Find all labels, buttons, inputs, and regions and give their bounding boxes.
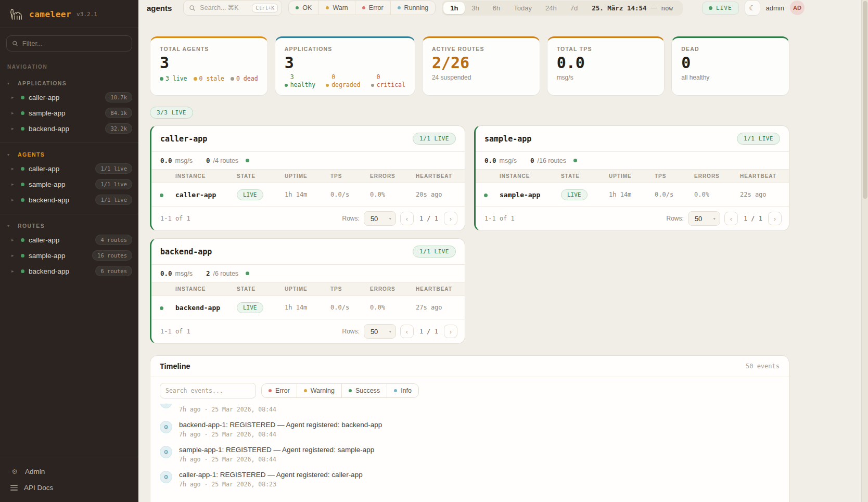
page-scrollbar[interactable] — [861, 0, 868, 502]
sidebar-item-routes-sample[interactable]: ▸ sample-app 16 routes — [0, 248, 138, 263]
theme-toggle-button[interactable]: ☾ — [745, 0, 760, 16]
page-indicator: 1 / 1 — [744, 215, 762, 222]
filter-success[interactable]: Success — [341, 384, 387, 397]
col-errors: ERRORS — [694, 173, 740, 179]
sidebar-item-agent-backend[interactable]: ▸ backend-app 1/1 live — [0, 192, 138, 208]
uptime-value: 1h 14m — [609, 191, 655, 198]
event-timestamp: 7h ago · 25 Mar 2026, 08:23 — [179, 481, 363, 488]
status-dot — [21, 238, 24, 242]
table-row[interactable]: backend-app LIVE 1h 14m 0.0/s 0.0% 27s a… — [151, 296, 465, 319]
card-active-routes: ACTIVE ROUTES 2/26 24 suspended — [422, 36, 540, 96]
event-item[interactable]: ⚙ sample-app-1: REGISTERED — Agent regis… — [160, 446, 780, 463]
sidebar-filter-input[interactable] — [22, 40, 126, 47]
table-header: INSTANCE STATE UPTIME TPS ERRORS HEARTBE… — [151, 169, 465, 183]
msg-rate-value: 0.0 — [484, 157, 496, 164]
col-tps: TPS — [330, 173, 370, 179]
chevron-down-icon: ▾ — [7, 224, 12, 228]
next-page-button[interactable]: › — [444, 325, 457, 338]
filter-error[interactable]: Error — [262, 384, 297, 397]
heartbeat-value: 22s ago — [740, 191, 781, 198]
routes-used: 0 — [530, 157, 534, 164]
filter-info[interactable]: Info — [387, 384, 418, 397]
rows-value: 50 — [695, 215, 702, 223]
prev-page-button[interactable]: ‹ — [724, 212, 738, 225]
section-header-agents[interactable]: ▾ AGENTS — [0, 148, 138, 161]
healthy-count: 3 — [290, 73, 315, 81]
item-label: backend-app — [29, 267, 91, 275]
global-search-input[interactable] — [200, 4, 248, 11]
range-3h[interactable]: 3h — [465, 2, 486, 14]
status-dot — [21, 183, 24, 186]
col-state: STATE — [237, 286, 285, 292]
card-breakdown: 3healthy 0degraded 0critical — [285, 73, 405, 89]
rows-per-page-select[interactable]: 50 ▾ — [364, 211, 396, 226]
filter-running[interactable]: Running — [390, 1, 436, 15]
warn-dot — [326, 6, 329, 9]
event-item[interactable]: ⚙ backend-app-1: REGISTERED — Agent regi… — [160, 421, 780, 438]
chevron-right-icon: ▸ — [11, 166, 17, 171]
card-subtext: all healthy — [681, 74, 780, 81]
sidebar-item-routes-backend[interactable]: ▸ backend-app 6 routes — [0, 263, 138, 279]
filter-ok[interactable]: OK — [289, 1, 318, 15]
rows-per-page-select[interactable]: 50 ▾ — [364, 324, 396, 339]
sidebar-item-admin[interactable]: ⚙ Admin — [0, 464, 138, 480]
page-indicator: 1 / 1 — [419, 328, 438, 335]
card-applications: APPLICATIONS 3 3healthy 0degraded 0criti… — [275, 36, 415, 96]
scrollbar-thumb[interactable] — [863, 1, 867, 199]
sidebar-filter[interactable] — [6, 35, 132, 52]
event-item[interactable]: ⚙ caller-app-1: REGISTERED — Agent regis… — [160, 471, 780, 488]
app-card-sample: sample-app 1/1 LIVE 0.0 msg/s 0 /16 rout… — [474, 125, 789, 231]
table-row[interactable]: caller-app LIVE 1h 14m 0.0/s 0.0% 20s ag… — [151, 183, 465, 206]
rows-per-page-select[interactable]: 50 ▾ — [688, 211, 720, 226]
sidebar-item-app-backend[interactable]: ▸ backend-app 32.2k — [0, 121, 138, 136]
sidebar-item-agent-caller[interactable]: ▸ caller-app 1/1 live — [0, 161, 138, 176]
row-range: 1-1 of 1 — [160, 215, 190, 222]
shortcut-kbd: Ctrl+K — [252, 4, 278, 12]
prev-page-button[interactable]: ‹ — [400, 325, 414, 338]
timeline-events[interactable]: ⚙ caller-app-1: REGISTERED — Agent regis… — [150, 404, 789, 502]
filter-warning[interactable]: Warning — [297, 384, 341, 397]
topbar-right: LIVE ☾ admin AD — [702, 0, 805, 16]
sidebar-item-routes-caller[interactable]: ▸ caller-app 4 routes — [0, 232, 138, 248]
next-page-button[interactable]: › — [444, 212, 457, 225]
filter-error[interactable]: Error — [355, 1, 390, 15]
sidebar-item-app-sample[interactable]: ▸ sample-app 84.1k — [0, 105, 138, 121]
section-header-applications[interactable]: ▾ APPLICATIONS — [0, 77, 138, 89]
filter-warn[interactable]: Warn — [318, 1, 354, 15]
apps-live-summary: 3/3 LIVE — [150, 107, 789, 119]
card-subtext: msg/s — [557, 74, 655, 81]
sidebar-item-app-caller[interactable]: ▸ caller-app 10.7k — [0, 89, 138, 105]
item-label: sample-app — [29, 181, 91, 188]
table-row[interactable]: sample-app LIVE 1h 14m 0.0/s 0.0% 22s ag… — [476, 183, 789, 206]
sidebar-item-agent-sample[interactable]: ▸ sample-app 1/1 live — [0, 176, 138, 192]
chevron-down-icon: ▾ — [389, 216, 391, 221]
card-value: 3 — [160, 54, 258, 71]
avatar[interactable]: AD — [790, 1, 805, 15]
app-card-backend: backend-app 1/1 LIVE 0.0 msg/s 2 /6 rout… — [150, 238, 465, 344]
sidebar-spacer — [0, 285, 138, 457]
range-7d[interactable]: 7d — [564, 2, 584, 14]
range-1h[interactable]: 1h — [443, 2, 465, 14]
event-item[interactable]: ⚙ caller-app-1: REGISTERED — Agent regis… — [160, 404, 780, 413]
section-header-routes[interactable]: ▾ ROUTES — [0, 220, 138, 232]
sidebar-item-api-docs[interactable]: API Docs — [0, 480, 138, 496]
event-title: sample-app-1: REGISTERED — Agent registe… — [179, 446, 374, 454]
next-page-button[interactable]: › — [768, 212, 782, 225]
prev-page-button[interactable]: ‹ — [400, 212, 414, 225]
item-badge: 4 routes — [95, 235, 132, 245]
rows-label: Rows: — [342, 215, 360, 222]
filter-label: Info — [401, 387, 412, 394]
range-24h[interactable]: 24h — [539, 2, 564, 14]
range-6h[interactable]: 6h — [486, 2, 507, 14]
gear-icon: ⚙ — [10, 468, 19, 475]
status-filter-group: OK Warn Error Running — [288, 1, 436, 15]
live-dot — [160, 77, 163, 81]
stale-dot — [194, 77, 197, 81]
range-today[interactable]: Today — [507, 2, 539, 14]
item-label: backend-app — [29, 125, 101, 133]
global-search[interactable]: Ctrl+K — [183, 0, 282, 16]
col-tps: TPS — [655, 173, 694, 179]
timeline-search-input[interactable] — [160, 383, 256, 398]
timeline-filter-group: Error Warning Success Info — [261, 383, 419, 398]
date-start: 25. März 14:54 — [592, 4, 646, 12]
